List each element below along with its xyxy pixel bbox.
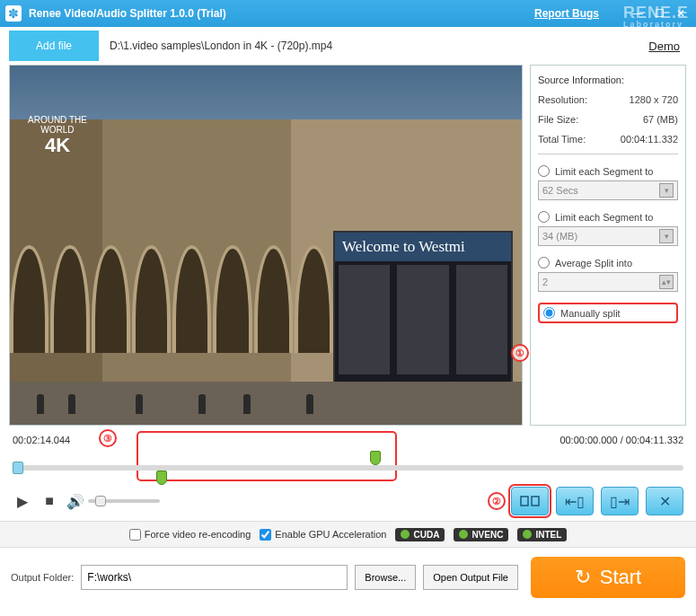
split-button[interactable]: [511, 487, 549, 515]
segment-size-combo[interactable]: 34 (MB)▾: [538, 226, 678, 246]
totaltime-label: Total Time:: [538, 134, 586, 145]
spinner-icon: ▴▾: [659, 275, 674, 289]
filesize-value: 67 (MB): [643, 114, 678, 125]
minimize-button[interactable]: —: [628, 5, 648, 22]
current-time: 00:02:14.044: [13, 435, 70, 445]
playhead[interactable]: [13, 462, 23, 474]
encoding-options: Force video re-encoding Enable GPU Accel…: [0, 521, 696, 548]
close-button[interactable]: ✕: [671, 5, 691, 22]
manually-split-radio[interactable]: Manually split: [543, 307, 673, 319]
titlebar: ✽ Renee Video/Audio Splitter 1.0.0 (Tria…: [0, 0, 696, 27]
svg-rect-1: [532, 497, 539, 506]
start-button[interactable]: ↻Start: [531, 557, 685, 598]
timeline-track[interactable]: [13, 447, 683, 485]
file-path-label: D:\1.video samples\London in 4K - (720p)…: [99, 40, 648, 52]
video-watermark: AROUND THE WORLD 4K: [28, 115, 87, 156]
chevron-down-icon: ▾: [659, 229, 674, 243]
add-file-button[interactable]: Add file: [9, 31, 99, 61]
browse-button[interactable]: Browse...: [355, 565, 416, 590]
stop-button[interactable]: ■: [40, 491, 59, 511]
refresh-icon: ↻: [575, 566, 591, 589]
set-end-button[interactable]: ▯⇥: [601, 487, 639, 515]
file-bar: Add file D:\1.video samples\London in 4K…: [0, 27, 696, 65]
annotation-2: ②: [488, 492, 506, 510]
segment-size-radio[interactable]: Limit each Segment to: [538, 211, 678, 223]
source-info-header: Source Information:: [538, 75, 678, 85]
volume-control[interactable]: 🔊: [66, 493, 160, 510]
split-marker[interactable]: [370, 451, 381, 465]
video-preview[interactable]: Welcome to Westmi AROUND THE WORLD 4K: [9, 65, 523, 426]
resolution-label: Resolution:: [538, 94, 587, 105]
output-bar: Output Folder: F:\works\ Browse... Open …: [0, 548, 696, 607]
filesize-label: File Size:: [538, 114, 578, 125]
chevron-down-icon: ▾: [659, 183, 674, 198]
intel-chip: INTEL: [517, 528, 567, 541]
maximize-button[interactable]: ☐: [649, 5, 669, 22]
nvenc-chip: NVENC: [454, 528, 508, 541]
play-button[interactable]: ▶: [13, 491, 32, 511]
average-split-spinner[interactable]: 2▴▾: [538, 272, 678, 292]
segment-time-radio[interactable]: Limit each Segment to: [538, 165, 678, 177]
video-sign: Welcome to Westmi: [333, 231, 513, 383]
app-icon: ✽: [5, 5, 22, 22]
cuda-chip: CUDA: [395, 528, 445, 541]
split-marker[interactable]: [156, 471, 167, 485]
set-start-button[interactable]: ⇤▯: [556, 487, 594, 515]
annotation-box: [137, 431, 397, 481]
output-folder-label: Output Folder:: [11, 572, 74, 583]
open-output-button[interactable]: Open Output File: [423, 565, 518, 590]
volume-icon: 🔊: [66, 493, 84, 510]
timeline-area: 00:02:14.044 00:00:00.000 / 00:04:11.332…: [0, 426, 696, 485]
app-title: Renee Video/Audio Splitter 1.0.0 (Trial): [29, 7, 534, 20]
svg-rect-0: [521, 497, 528, 506]
side-panel: Source Information: Resolution:1280 x 72…: [530, 65, 686, 426]
average-split-radio[interactable]: Average Split into: [538, 257, 678, 268]
annotation-3: ③: [99, 429, 117, 447]
volume-slider[interactable]: [88, 499, 160, 503]
gpu-accel-checkbox[interactable]: Enable GPU Acceleration: [260, 529, 386, 541]
report-bugs-link[interactable]: Report Bugs: [534, 7, 599, 20]
sign-text: Welcome to Westmi: [335, 233, 511, 261]
time-range: 00:00:00.000 / 00:04:11.332: [559, 435, 683, 445]
clear-markers-button[interactable]: ✕: [646, 487, 683, 515]
resolution-value: 1280 x 720: [630, 94, 678, 105]
playback-controls: ▶ ■ 🔊 ② ⇤▯ ▯⇥ ✕: [0, 485, 696, 521]
force-reencode-checkbox[interactable]: Force video re-encoding: [129, 529, 251, 541]
totaltime-value: 00:04:11.332: [621, 134, 678, 145]
annotation-1: ①: [511, 344, 529, 362]
demo-link[interactable]: Demo: [648, 40, 680, 53]
output-folder-input[interactable]: F:\works\: [81, 565, 348, 590]
segment-time-combo[interactable]: 62 Secs▾: [538, 180, 678, 200]
